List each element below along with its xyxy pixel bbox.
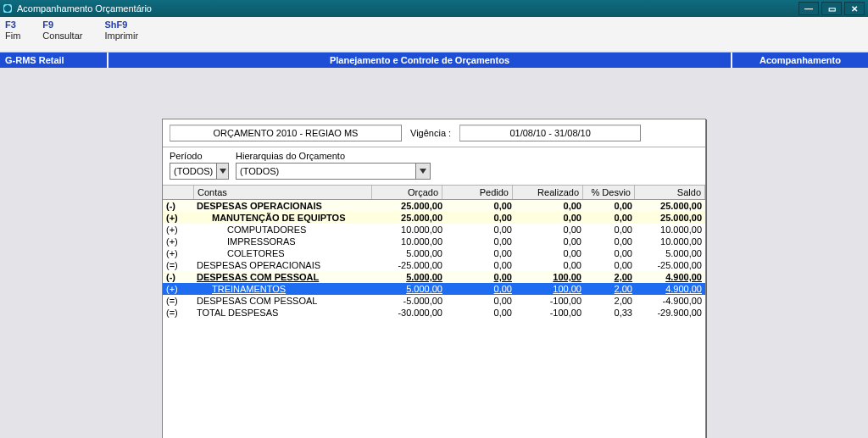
row-name: DESPESAS OPERACIONAIS — [193, 259, 376, 271]
col-contas: Contas — [194, 186, 372, 199]
row-name: DESPESAS OPERACIONAIS — [193, 200, 376, 212]
row-pedido: 0,00 — [446, 295, 515, 307]
budget-tracking-panel: ORÇAMENTO 2010 - REGIAO MS Vigência : 01… — [162, 119, 706, 438]
table-row[interactable]: (=)DESPESAS OPERACIONAIS-25.000,000,000,… — [163, 259, 705, 271]
periodo-label: Período — [170, 151, 229, 161]
row-name: IMPRESSORAS — [193, 236, 376, 247]
table-row[interactable]: (=)TOTAL DESPESAS-30.000,000,00-100,000,… — [163, 307, 705, 319]
vigencia-field: 01/08/10 - 31/08/10 — [459, 125, 641, 141]
row-orcado: 10.000,00 — [376, 224, 446, 236]
vigencia-label: Vigência : — [410, 128, 451, 138]
col-pedido: Pedido — [442, 186, 513, 199]
grid-empty-space — [163, 319, 705, 438]
budget-name-field: ORÇAMENTO 2010 - REGIAO MS — [170, 125, 402, 141]
row-pedido: 0,00 — [446, 271, 515, 283]
row-tag: (+) — [163, 283, 193, 295]
row-desvio: 2,00 — [585, 271, 636, 283]
row-realizado: 0,00 — [515, 247, 585, 259]
bluebar-right: Acompanhamento — [731, 53, 868, 68]
row-saldo: 4.900,00 — [636, 283, 705, 295]
row-pedido: 0,00 — [446, 200, 515, 212]
col-orcado: Orçado — [372, 186, 442, 199]
row-name: COLETORES — [193, 247, 376, 259]
row-orcado: -5.000,00 — [376, 295, 446, 307]
row-tag: (+) — [163, 236, 193, 247]
row-desvio: 0,00 — [585, 259, 636, 271]
periodo-filter: Período (TODOS) — [170, 151, 229, 180]
row-tag: (+) — [163, 247, 193, 259]
row-pedido: 0,00 — [446, 212, 515, 224]
row-pedido: 0,00 — [446, 224, 515, 236]
row-saldo: -29.900,00 — [636, 307, 705, 319]
row-tag: (-) — [163, 200, 193, 212]
filters-row: Período (TODOS) Hierarquias do Orçamento… — [163, 147, 705, 186]
row-tag: (+) — [163, 224, 193, 236]
maximize-button[interactable]: ▭ — [821, 2, 842, 15]
periodo-combobox[interactable]: (TODOS) — [170, 163, 229, 180]
bluebar-left: G-RMS Retail — [0, 53, 108, 68]
table-row[interactable]: (-)DESPESAS COM PESSOAL5.000,000,00100,0… — [163, 271, 705, 283]
row-pedido: 0,00 — [446, 247, 515, 259]
row-realizado: 0,00 — [515, 259, 585, 271]
table-row[interactable]: (+)IMPRESSORAS10.000,000,000,000,0010.00… — [163, 236, 705, 247]
row-desvio: 0,00 — [585, 212, 636, 224]
row-saldo: 10.000,00 — [636, 224, 705, 236]
menu-key: F3 — [5, 19, 16, 30]
row-tag: (=) — [163, 307, 193, 319]
row-name: DESPESAS COM PESSOAL — [193, 271, 376, 283]
row-orcado: 5.000,00 — [376, 283, 446, 295]
menu-item-fim[interactable]: F3Fim — [5, 19, 20, 41]
table-row[interactable]: (+)MANUTENÇÃO DE EQUIPTOS25.000,000,000,… — [163, 212, 705, 224]
row-realizado: 0,00 — [515, 200, 585, 212]
chevron-down-icon[interactable] — [216, 164, 228, 179]
table-row[interactable]: (+)TREINAMENTOS5.000,000,00100,002,004.9… — [163, 283, 705, 295]
chevron-down-icon[interactable] — [415, 164, 430, 179]
row-tag: (-) — [163, 271, 193, 283]
row-saldo: 25.000,00 — [636, 200, 705, 212]
row-realizado: 100,00 — [515, 283, 585, 295]
row-desvio: 0,00 — [585, 200, 636, 212]
hierarquia-combobox[interactable]: (TODOS) — [236, 163, 431, 180]
row-pedido: 0,00 — [446, 283, 515, 295]
row-name: MANUTENÇÃO DE EQUIPTOS — [193, 212, 376, 224]
app-icon — [3, 4, 12, 13]
minimize-button[interactable]: — — [798, 2, 819, 15]
window-title: Acompanhamento Orçamentário — [17, 3, 796, 14]
menu-item-imprimir[interactable]: ShF9Imprimir — [104, 19, 138, 41]
row-orcado: -25.000,00 — [376, 259, 446, 271]
menu-label: Imprimir — [104, 30, 138, 41]
menu-label: Fim — [5, 30, 20, 41]
row-realizado: -100,00 — [515, 295, 585, 307]
menu-item-consultar[interactable]: F9Consultar — [42, 19, 82, 41]
row-pedido: 0,00 — [446, 236, 515, 247]
row-name: TOTAL DESPESAS — [193, 307, 376, 319]
table-row[interactable]: (-)DESPESAS OPERACIONAIS25.000,000,000,0… — [163, 200, 705, 212]
close-button[interactable]: ✕ — [844, 2, 865, 15]
hierarquia-value: (TODOS) — [236, 164, 415, 179]
row-desvio: 0,00 — [585, 236, 636, 247]
grid-header: Contas Orçado Pedido Realizado % Desvio … — [163, 186, 705, 200]
titlebar: Acompanhamento Orçamentário — ▭ ✕ — [0, 0, 868, 17]
col-realizado: Realizado — [513, 186, 583, 199]
table-row[interactable]: (+)COLETORES5.000,000,000,000,005.000,00 — [163, 247, 705, 259]
row-orcado: 25.000,00 — [376, 200, 446, 212]
col-desvio: % Desvio — [583, 186, 635, 199]
row-orcado: 5.000,00 — [376, 247, 446, 259]
row-realizado: 0,00 — [515, 224, 585, 236]
table-row[interactable]: (+)COMPUTADORES10.000,000,000,000,0010.0… — [163, 224, 705, 236]
row-desvio: 0,00 — [585, 247, 636, 259]
row-tag: (=) — [163, 295, 193, 307]
menubar: F3FimF9ConsultarShF9Imprimir — [0, 17, 868, 53]
row-realizado: 0,00 — [515, 212, 585, 224]
row-pedido: 0,00 — [446, 307, 515, 319]
row-desvio: 2,00 — [585, 295, 636, 307]
row-saldo: 25.000,00 — [636, 212, 705, 224]
blue-header-bar: G-RMS Retail Planejamento e Controle de … — [0, 53, 868, 68]
row-saldo: -25.000,00 — [636, 259, 705, 271]
row-name: COMPUTADORES — [193, 224, 376, 236]
row-name: TREINAMENTOS — [193, 283, 376, 295]
table-row[interactable]: (=)DESPESAS COM PESSOAL-5.000,000,00-100… — [163, 295, 705, 307]
menu-key: F9 — [42, 19, 53, 30]
row-orcado: 5.000,00 — [376, 271, 446, 283]
row-desvio: 2,00 — [585, 283, 636, 295]
